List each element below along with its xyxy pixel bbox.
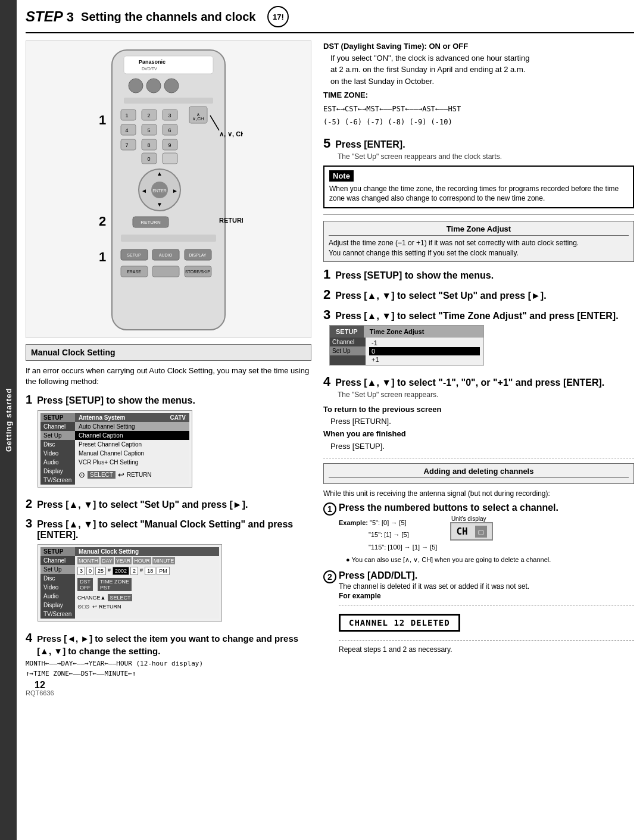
remote-svg: Panasonic DVD/TV 1 2: [94, 47, 243, 333]
tza-box: Time Zone Adjust Adjust the time zone (−…: [323, 221, 634, 262]
manual-clock-title: Manual Clock Setting: [31, 348, 116, 357]
tza-setup-label: SETUP: [330, 326, 364, 338]
return-desc: Press [RETURN].: [330, 416, 634, 428]
tza-val-plus1: +1: [369, 355, 480, 364]
svg-text:6: 6: [168, 127, 171, 133]
svg-text:2: 2: [99, 214, 106, 229]
adc-step-1-text: Press the numbered buttons to select a c…: [339, 502, 558, 513]
svg-text:∨,CH: ∨,CH: [192, 116, 204, 121]
dst-desc3: on the last Sunday in October.: [330, 76, 634, 88]
example-15: "15": [1] → [5]: [369, 530, 437, 540]
svg-text:AUDIO: AUDIO: [159, 253, 173, 257]
svg-text:▼: ▼: [157, 201, 163, 208]
unit-screen: ▢: [475, 526, 487, 538]
tza-step-4-number: 4: [323, 374, 330, 389]
svg-text:2: 2: [147, 113, 150, 118]
svg-text:DVD/TV: DVD/TV: [142, 67, 157, 71]
note-text: When you change the time zone, the recor…: [329, 184, 628, 204]
svg-rect-7: [124, 98, 213, 104]
svg-point-4: [129, 79, 143, 93]
left-step-2: 2 Press [▲, ▼] to select "Set Up" and pr…: [26, 497, 311, 511]
svg-rect-1: [124, 56, 213, 74]
dst-desc1: If you select "ON", the clock is advance…: [330, 52, 634, 64]
page-container: Getting started STEP 3 Setting the chann…: [0, 0, 643, 840]
step-label: STEP 3: [26, 8, 74, 25]
adc-title: Adding and deleting channels: [329, 467, 629, 478]
svg-text:0: 0: [147, 156, 150, 162]
adc-bullet: ● You can also use [∧, ∨, CH] when you a…: [346, 556, 634, 564]
adc-step-2: 2 Press [ADD/DLT]. The channel is delete…: [323, 570, 634, 654]
hr-dashed-1: [323, 458, 634, 458]
tza-titlebar: Time Zone Adjust: [364, 326, 483, 338]
svg-text:7: 7: [125, 142, 128, 148]
finished-label: When you are finished: [323, 429, 406, 438]
return-section: To return to the previous screen Press […: [323, 404, 634, 453]
svg-text:RETURN: RETURN: [141, 220, 161, 225]
svg-point-5: [146, 79, 161, 93]
tza-val-0: 0: [369, 347, 480, 355]
unit-ch: CH: [456, 526, 467, 537]
bottom-area: 12 RQT6636: [26, 689, 311, 697]
header-icon: 17!: [267, 6, 289, 27]
tza-desc1: Adjust the time zone (−1 or +1) if it wa…: [329, 238, 629, 248]
timezone-offsets: (-5) (-6) (-7) (-8) (-9) (-10): [323, 117, 634, 127]
step-4-number: 4: [26, 631, 32, 645]
unit-display-label: Unit's display: [444, 516, 493, 522]
tza-step-4: 4 Press [▲, ▼] to select "-1", "0", or "…: [323, 374, 634, 399]
note-title: Note: [329, 170, 354, 182]
month-year-line2: ↑→TIME ZONE←——DST←——MINUTE←↑: [26, 670, 311, 677]
doc-number: RQT6636: [26, 689, 311, 697]
setup-menu-1: SETUP Channel Set Up Disc Video Audio Di…: [38, 410, 192, 488]
right-column: DST (Daylight Saving Time): ON or OFF If…: [323, 40, 634, 828]
step-2-text: Press [▲, ▼] to select "Set Up" and pres…: [37, 499, 248, 510]
adc-step-2-circle: 2: [323, 570, 336, 583]
adc-step-2-desc2: For example: [339, 592, 634, 600]
tza-step-1: 1 Press [SETUP] to show the menus.: [323, 267, 634, 282]
adc-step-2-text: Press [ADD/DLT].: [339, 570, 417, 580]
svg-text:5: 5: [147, 127, 150, 133]
left-column: Panasonic DVD/TV 1 2: [26, 40, 311, 828]
step-5-desc: The "Set Up" screen reappears and the cl…: [338, 152, 634, 161]
tza-title: Time Zone Adjust: [329, 224, 629, 236]
step-1-number: 1: [26, 393, 32, 407]
step-3-text: Press [▲, ▼] to select "Manual Clock Set…: [37, 519, 311, 541]
tza-step-2-text: Press [▲, ▼] to select "Set Up" and pres…: [335, 291, 546, 301]
tza-step-4-text: Press [▲, ▼] to select "-1", "0", or "+1…: [335, 377, 604, 388]
left-step-3: 3 Press [▲, ▼] to select "Manual Clock S…: [26, 517, 311, 625]
svg-text:ENTER: ENTER: [152, 189, 167, 193]
svg-text:Panasonic: Panasonic: [139, 59, 166, 65]
svg-text:SETUP: SETUP: [127, 253, 141, 257]
svg-rect-31: [163, 153, 177, 164]
svg-text:DISPLAY: DISPLAY: [189, 253, 206, 257]
tza-step-3-text: Press [▲, ▼] to select "Time Zone Adjust…: [335, 311, 618, 321]
unit-display: CH ▢: [450, 522, 493, 541]
finished-desc: Press [SETUP].: [330, 441, 634, 453]
tza-val-minus1: -1: [369, 339, 480, 347]
left-tab: Getting started: [0, 0, 17, 840]
step-5-number: 5: [323, 136, 330, 151]
svg-text:ERASE: ERASE: [127, 270, 141, 274]
adc-box: Adding and deleting channels: [323, 463, 634, 484]
svg-text:∧, ∨, CH: ∧, ∨, CH: [219, 130, 243, 138]
tza-nav-setup: Set Up: [330, 346, 366, 355]
step-2-number: 2: [26, 497, 32, 511]
repeat-text: Repeat steps 1 and 2 as necessary.: [339, 645, 634, 654]
tza-step-4-desc: The "Set Up" screen reappears.: [338, 391, 634, 399]
section-divider-1: [323, 214, 634, 215]
step-5-text: Press [ENTER].: [335, 139, 405, 150]
channel-deleted-box: CHANNEL 12 DELETED: [339, 614, 460, 632]
channel-deleted-text: CHANNEL 12 DELETED: [349, 618, 450, 627]
svg-text:STORE/SKIP: STORE/SKIP: [185, 270, 210, 274]
adc-step-1: 1 Press the numbered buttons to select a…: [323, 502, 634, 566]
svg-rect-50: [152, 266, 179, 277]
two-column-layout: Panasonic DVD/TV 1 2: [26, 40, 634, 828]
svg-text:4: 4: [125, 127, 128, 133]
dst-section: DST (Daylight Saving Time): ON or OFF If…: [323, 40, 634, 127]
adc-step-2-desc1: The channel is deleted if it was set or …: [339, 582, 634, 591]
svg-text:▲: ▲: [157, 170, 163, 177]
step-1-text: Press [SETUP] to show the menus.: [37, 395, 195, 406]
header-title: Setting the channels and clock: [81, 10, 255, 24]
header-icon-text: 17!: [273, 13, 284, 21]
left-step-1: 1 Press [SETUP] to show the menus. SETUP…: [26, 393, 311, 491]
manual-clock-intro: If an error occurs when carrying out Aut…: [26, 366, 311, 387]
